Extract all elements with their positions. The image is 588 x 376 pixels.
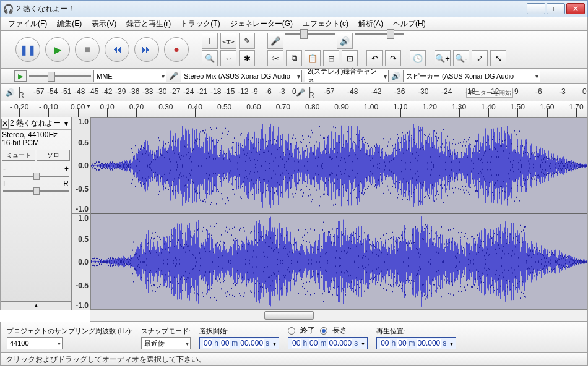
play-pos-timecode[interactable]: 00h 00m 00.000s▾	[376, 337, 456, 349]
status-bar: クリックおよびドラッグしてオーディオを選択して下さい。	[0, 352, 588, 366]
track-control-panel: ✕ 2 熱くなれよー！ ▾ Stereo, 44100Hz 16-bit PCM…	[1, 118, 72, 310]
timeshift-tool[interactable]: ↔	[220, 50, 236, 66]
app-icon: 🎧	[3, 4, 13, 14]
rec-device-combo[interactable]: Stereo Mix (ASUS Xonar DG Audio	[181, 70, 302, 82]
mute-button[interactable]: ミュート	[2, 150, 35, 161]
snap-label: スナップモード:	[141, 327, 191, 336]
pause-button[interactable]: ❚❚	[15, 37, 40, 62]
mic-icon: 🎤	[296, 88, 305, 97]
speaker-icon: 🔊	[6, 88, 15, 97]
pan-slider[interactable]	[3, 190, 69, 192]
playback-meter[interactable]: -57-54-51-48-45-42-39-36-33-30-27-24-21-…	[33, 86, 292, 100]
horizontal-scrollbar[interactable]	[90, 310, 588, 322]
solo-button[interactable]: ソロ	[37, 150, 70, 161]
play-button[interactable]: ▶	[45, 37, 70, 62]
timeline-ruler[interactable]: ▾ - 0.20- 0.100.000.100.200.300.400.500.…	[0, 101, 588, 118]
sel-start-timecode[interactable]: 00h 00m 00.000s▾	[199, 337, 279, 349]
menu-effect[interactable]: エフェクト(c)	[298, 17, 353, 30]
device-toolbar: ▶ MME 🎤 Stereo Mix (ASUS Xonar DG Audio …	[0, 69, 588, 84]
envelope-tool[interactable]: ◅▻	[220, 33, 236, 49]
end-radio[interactable]	[288, 327, 295, 335]
track-bitdepth: 16-bit PCM	[2, 139, 70, 147]
waveform-display[interactable]	[90, 118, 587, 310]
paste-button[interactable]: 📋	[305, 50, 321, 66]
cut-button[interactable]: ✂	[267, 50, 283, 66]
undo-button[interactable]: ↶	[366, 50, 383, 66]
speaker-icon: 🔊	[337, 33, 353, 49]
skip-end-button[interactable]: ⏭	[134, 37, 159, 62]
recording-meter[interactable]: モニターを開始 -57-48-42-36-30-24-18-12-9-6-30	[324, 86, 582, 100]
rec-channels-combo[interactable]: 2(ステレオ)録音チャンネ	[305, 70, 389, 82]
track-menu-button[interactable]: ▾	[62, 119, 71, 128]
menu-tracks[interactable]: トラック(T)	[176, 17, 225, 30]
zoom-out-button[interactable]: 🔍-	[453, 50, 469, 66]
menu-file[interactable]: ファイル(F)	[3, 17, 52, 30]
copy-button[interactable]: ⧉	[286, 50, 302, 66]
menu-edit[interactable]: 編集(E)	[52, 17, 87, 30]
close-button[interactable]: ✕	[566, 3, 585, 14]
menu-generate[interactable]: ジェネレーター(G)	[225, 17, 298, 30]
selection-tool[interactable]: I	[202, 33, 218, 49]
collapse-button[interactable]: ▴	[1, 301, 71, 310]
track-close-button[interactable]: ✕	[1, 119, 9, 129]
trim-button[interactable]: ⊟	[323, 50, 339, 66]
fit-project-button[interactable]: ⤡	[490, 50, 506, 66]
draw-tool[interactable]: ✎	[239, 33, 255, 49]
sel-length-timecode[interactable]: 00h 00m 00.000s▾	[288, 337, 368, 349]
vertical-scale: 1.0 0.5 0.0 -0.5 -1.0 1.0 0.5 0.0 -0.5 -…	[72, 118, 90, 310]
menu-help[interactable]: ヘルプ(H)	[388, 17, 431, 30]
play-volume-slider[interactable]	[355, 33, 404, 35]
menu-view[interactable]: 表示(V)	[87, 17, 121, 30]
multi-tool[interactable]: ✱	[239, 50, 255, 66]
zoom-in-button[interactable]: 🔍+	[435, 50, 451, 66]
snap-combo[interactable]: 最近傍	[141, 337, 191, 349]
project-rate-combo[interactable]: 44100	[7, 337, 63, 349]
meter-toolbar: 🔊 LR -57-54-51-48-45-42-39-36-33-30-27-2…	[0, 84, 588, 101]
fit-selection-button[interactable]: ⤢	[472, 50, 488, 66]
selection-toolbar: プロジェクトのサンプリング周波数 (Hz): 44100 スナップモード: 最近…	[0, 322, 588, 352]
sync-lock-button[interactable]: 🕓	[410, 50, 426, 66]
record-button[interactable]: ●	[164, 37, 189, 62]
track-name[interactable]: 2 熱くなれよー！	[10, 118, 62, 129]
gain-slider[interactable]	[3, 176, 69, 177]
mic-icon: 🎤	[169, 72, 178, 80]
rec-volume-slider[interactable]	[285, 33, 335, 35]
status-text: クリックおよびドラッグしてオーディオを選択して下さい。	[6, 355, 206, 364]
titlebar: 🎧 2 熱くなれよー！ ─ □ ✕	[0, 0, 588, 17]
play-device-combo[interactable]: スピーカー (ASUS Xonar DG Audio	[403, 70, 540, 82]
menubar: ファイル(F) 編集(E) 表示(V) 録音と再生(r) トラック(T) ジェネ…	[0, 17, 588, 31]
play-speed-slider[interactable]	[29, 75, 91, 77]
stop-button[interactable]: ■	[75, 37, 100, 62]
mic-icon: 🎤	[267, 33, 283, 49]
menu-analyze[interactable]: 解析(A)	[353, 17, 388, 30]
silence-button[interactable]: ⊡	[342, 50, 358, 66]
play-at-speed-button[interactable]: ▶	[14, 70, 27, 82]
audio-host-combo[interactable]: MME	[93, 70, 166, 82]
sel-start-label: 選択開始:	[199, 327, 279, 336]
transport-toolbar: ❚❚ ▶ ■ ⏮ ⏭ ● I ◅▻ ✎ 🔍 ↔ ✱ 🎤 🔊 ✂ ⧉ 📋 ⊟ ⊡	[0, 31, 588, 69]
play-pos-label: 再生位置:	[376, 327, 456, 336]
window-title: 2 熱くなれよー！	[17, 4, 527, 14]
rate-label: プロジェクトのサンプリング周波数 (Hz):	[7, 327, 132, 336]
menu-transport[interactable]: 録音と再生(r)	[121, 17, 176, 30]
minimize-button[interactable]: ─	[527, 3, 545, 14]
playhead-icon[interactable]: ▾	[87, 101, 90, 110]
redo-button[interactable]: ↷	[385, 50, 401, 66]
speaker-icon: 🔊	[391, 72, 400, 80]
maximize-button[interactable]: □	[547, 3, 565, 14]
length-radio[interactable]	[320, 327, 327, 335]
skip-start-button[interactable]: ⏮	[105, 37, 129, 62]
zoom-tool[interactable]: 🔍	[202, 50, 218, 66]
track-area: ✕ 2 熱くなれよー！ ▾ Stereo, 44100Hz 16-bit PCM…	[0, 118, 588, 310]
